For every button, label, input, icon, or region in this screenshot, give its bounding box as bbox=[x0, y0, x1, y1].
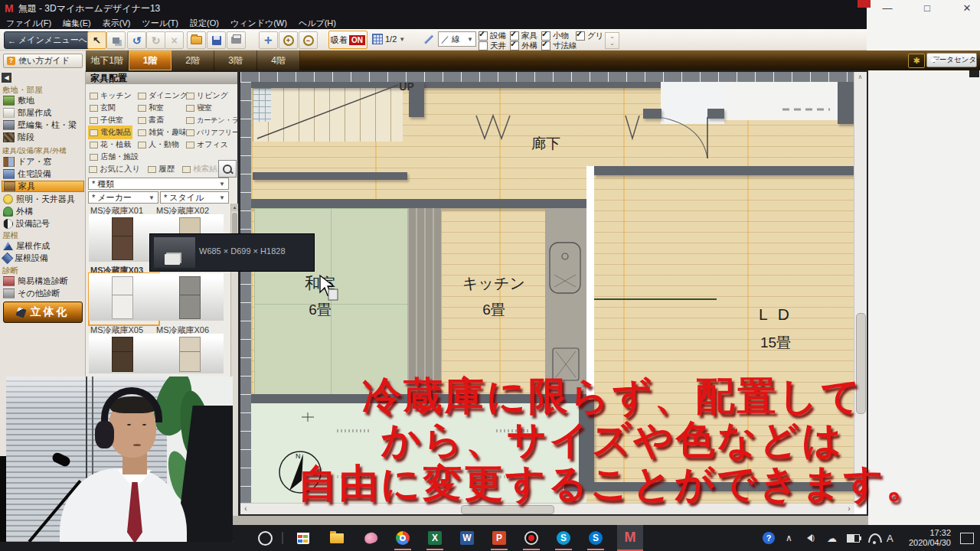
menu-tools[interactable]: ツール(T) bbox=[142, 18, 178, 29]
sidebar-item-kagu[interactable]: 家具 bbox=[2, 181, 84, 192]
wifi-icon[interactable] bbox=[868, 531, 882, 545]
menu-file[interactable]: ファイル(F) bbox=[6, 18, 51, 29]
select-tool-button[interactable]: ↖ bbox=[87, 31, 106, 49]
product-thumbnail-x01[interactable] bbox=[89, 214, 156, 262]
maker-dropdown[interactable]: * メーカー▼ bbox=[88, 191, 158, 204]
zoom-in-button[interactable]: + bbox=[279, 31, 298, 49]
sidebar-item-shomei[interactable]: 照明・天井器具 bbox=[2, 194, 84, 205]
filter-favorites[interactable]: お気に入り bbox=[89, 164, 140, 174]
data-center-button[interactable]: データセンター bbox=[926, 53, 977, 67]
tray-help-button[interactable]: ? bbox=[763, 531, 775, 545]
category-barrierfree[interactable]: バリアフリー bbox=[186, 127, 239, 138]
open-file-button[interactable] bbox=[187, 31, 206, 49]
scroll-right-arrow[interactable]: › bbox=[844, 504, 854, 514]
menu-window[interactable]: ウィンドウ(W) bbox=[230, 18, 287, 29]
taskbar-word-button[interactable]: W bbox=[458, 529, 476, 547]
tab-floor4[interactable]: 4階 bbox=[257, 51, 300, 70]
battery-icon[interactable] bbox=[847, 531, 860, 545]
volume-icon[interactable]: ) bbox=[807, 531, 815, 545]
print-button[interactable] bbox=[227, 31, 246, 49]
save-button[interactable] bbox=[207, 31, 226, 49]
taskbar-chrome-button[interactable] bbox=[394, 529, 412, 547]
redo-button[interactable]: ↻ bbox=[146, 31, 165, 49]
sidebar-item-jutaku-setsubi[interactable]: 住宅設備 bbox=[2, 168, 84, 180]
product-thumbnail-x03[interactable] bbox=[89, 273, 156, 321]
checkbox-sunpousen[interactable]: 寸法線 bbox=[541, 41, 577, 51]
category-hito[interactable]: 人・動物 bbox=[138, 139, 179, 150]
sidebar-item-yane-sakusei[interactable]: 屋根作成 bbox=[2, 240, 84, 252]
category-washitsu[interactable]: 和室 bbox=[138, 103, 164, 113]
product-thumbnail-x04[interactable] bbox=[156, 273, 224, 321]
line-style-dropdown[interactable]: ／ 線 ▼ bbox=[438, 31, 476, 47]
category-denka-selected[interactable]: 電化製品 bbox=[90, 127, 131, 138]
category-kodomo[interactable]: 子供室 bbox=[90, 115, 123, 126]
menu-settings[interactable]: 設定(O) bbox=[190, 18, 219, 29]
sidebar-item-kabe-hashira[interactable]: 壁編集・柱・梁 bbox=[2, 119, 84, 131]
taskbar-paint3d-button[interactable] bbox=[361, 529, 380, 547]
tab-floor3[interactable]: 3階 bbox=[214, 51, 257, 70]
delete-button[interactable]: × bbox=[165, 31, 184, 49]
checkbox-setsubi[interactable]: 設備 bbox=[479, 31, 506, 41]
taskbar-skype-business-button[interactable]: S bbox=[586, 529, 605, 547]
menu-view[interactable]: 表示(V) bbox=[103, 18, 131, 29]
taskbar-recorder-button[interactable] bbox=[522, 529, 541, 547]
category-office[interactable]: オフィス bbox=[186, 139, 228, 150]
fit-view-button[interactable]: ✛ bbox=[259, 31, 278, 49]
grid-scale-dropdown[interactable]: 1/2 ▼ bbox=[372, 31, 412, 47]
make-3d-button[interactable]: 立体化 bbox=[3, 302, 83, 323]
taskbar-store-button[interactable] bbox=[294, 529, 312, 547]
taskbar-clock[interactable]: 17:32 2020/04/30 bbox=[909, 528, 951, 548]
sidebar-item-yane-setsubi[interactable]: 屋根設備 bbox=[2, 253, 84, 264]
category-shosai[interactable]: 書斎 bbox=[138, 115, 164, 126]
taskbar-powerpoint-button[interactable]: P bbox=[490, 529, 508, 547]
product-thumbnail-x06[interactable] bbox=[156, 334, 224, 373]
minimize-button[interactable]: — bbox=[873, 2, 902, 15]
action-center-icon[interactable] bbox=[960, 533, 974, 544]
canvas-horizontal-scrollbar[interactable]: ‹ › bbox=[240, 503, 854, 514]
maximize-button[interactable]: □ bbox=[913, 2, 942, 15]
tab-basement1[interactable]: 地下1階 bbox=[86, 51, 129, 70]
sidebar-item-gaikou[interactable]: 外構 bbox=[2, 206, 84, 217]
sidebar-item-kouzou-shindan[interactable]: 簡易構造診断 bbox=[2, 276, 84, 287]
style-dropdown[interactable]: * スタイル▼ bbox=[160, 191, 229, 204]
kind-dropdown[interactable]: * 種類▼ bbox=[88, 178, 229, 190]
sidebar-item-door-mado[interactable]: ドア・窓 bbox=[2, 156, 84, 168]
taskbar-excel-button[interactable]: X bbox=[426, 529, 444, 547]
usage-guide-button[interactable]: ? 使い方ガイド bbox=[3, 54, 83, 68]
category-curtain[interactable]: カーテン・ラグ bbox=[186, 115, 246, 126]
taskbar-skype-button[interactable]: S bbox=[554, 529, 573, 547]
close-button[interactable]: ✕ bbox=[952, 2, 980, 15]
tab-floor1[interactable]: 1階 bbox=[129, 51, 172, 70]
sidebar-item-heya-sakusei[interactable]: 部屋作成 bbox=[2, 107, 84, 119]
taskbar-cortana-button[interactable] bbox=[256, 529, 274, 547]
collapse-sidebar-button[interactable]: ◀ bbox=[2, 73, 11, 83]
main-menu-button[interactable]: ← メインメニューへ bbox=[4, 31, 91, 49]
sidebar-item-setsubi-kigou[interactable]: 設備記号 bbox=[2, 218, 84, 230]
category-genkan[interactable]: 玄関 bbox=[90, 103, 116, 113]
scroll-up-arrow[interactable]: ∧ bbox=[854, 72, 866, 83]
search-button[interactable] bbox=[218, 160, 237, 178]
gear-icon[interactable]: ✱ bbox=[908, 54, 925, 68]
sidebar-item-kaidan[interactable]: 階段 bbox=[2, 132, 84, 143]
taskbar-myhome-designer-button[interactable]: M bbox=[617, 525, 643, 551]
scroll-left-arrow[interactable]: ‹ bbox=[240, 504, 251, 514]
sidebar-item-sonota-shindan[interactable]: その他診断 bbox=[2, 288, 84, 299]
ime-indicator[interactable]: A bbox=[887, 531, 893, 545]
toolbar-more-button[interactable]: ⌄⌄ bbox=[605, 32, 619, 49]
undo-button[interactable]: ↺ bbox=[127, 31, 146, 49]
category-hana[interactable]: 花・植栽 bbox=[90, 139, 131, 150]
category-shinshitsu[interactable]: 寝室 bbox=[186, 103, 212, 113]
snap-toggle-button[interactable]: 吸着 ON bbox=[328, 31, 368, 49]
tab-floor2[interactable]: 2階 bbox=[172, 51, 214, 70]
category-tenpo[interactable]: 店舗・施設 bbox=[90, 152, 139, 162]
multi-select-button[interactable] bbox=[106, 31, 126, 49]
scroll-up-arrow[interactable]: ▲ bbox=[231, 204, 238, 211]
tray-chevron-button[interactable]: ∧ bbox=[786, 531, 792, 545]
onedrive-icon[interactable]: ☁ bbox=[827, 531, 837, 545]
measure-tool-icon[interactable] bbox=[423, 34, 433, 44]
menu-edit[interactable]: 編集(E) bbox=[63, 18, 91, 29]
sidebar-item-shikichi[interactable]: 敷地 bbox=[2, 95, 84, 106]
floor-plan[interactable]: 廊下 UP 和室 6畳 キッチン 6畳 L D 15畳 bbox=[251, 82, 858, 504]
checkbox-tenjo[interactable]: 天井 bbox=[479, 41, 506, 51]
category-dining[interactable]: ダイニング bbox=[138, 90, 188, 101]
